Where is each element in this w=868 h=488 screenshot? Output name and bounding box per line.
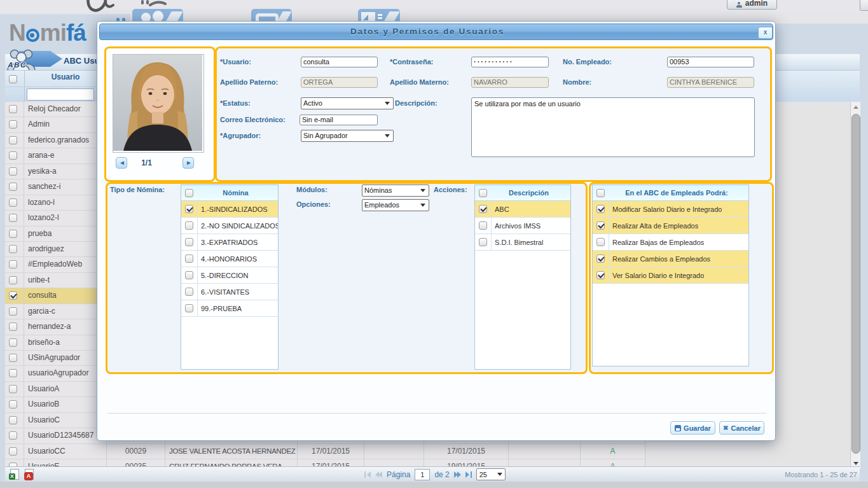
row-checkbox[interactable] — [9, 151, 17, 160]
export-pdf-icon[interactable]: A — [24, 469, 34, 480]
page-size-select[interactable]: 25 — [476, 468, 506, 480]
user-name-cell: UsuarioA — [24, 382, 107, 396]
row-checkbox[interactable] — [9, 291, 17, 300]
bottom-strip — [0, 482, 868, 488]
column-header-usuario[interactable]: Usuario — [24, 73, 107, 81]
contrasena-input[interactable]: ··········· — [471, 57, 549, 67]
row-checkbox[interactable] — [9, 167, 17, 176]
nomina-checkbox[interactable] — [185, 238, 193, 246]
estatus-label: *Estatus: — [220, 99, 251, 107]
permiso-row[interactable]: Realizar Bajas de Empleados — [593, 234, 748, 251]
row-checkbox[interactable] — [9, 369, 17, 377]
accion-checkbox[interactable] — [479, 221, 487, 230]
nomina-checkbox[interactable] — [185, 304, 193, 312]
row-checkbox[interactable] — [9, 385, 17, 393]
prev-page-button[interactable] — [375, 471, 382, 478]
user-name-cell: UsuarioB — [24, 397, 107, 412]
user-search-input[interactable] — [27, 88, 94, 101]
nomina-checkbox[interactable] — [185, 288, 193, 296]
next-page-button[interactable] — [454, 471, 461, 478]
save-button[interactable]: Guardar — [670, 421, 715, 435]
row-checkbox[interactable] — [9, 230, 17, 238]
agrupador-select[interactable]: Sin Agrupador — [301, 130, 394, 142]
nomina-row[interactable]: 5.-DIRECCION — [181, 267, 278, 284]
row-checkbox[interactable] — [9, 276, 17, 284]
row-checkbox[interactable] — [9, 307, 17, 316]
accion-row[interactable]: ABC — [475, 201, 570, 218]
nomina-row[interactable]: 4.-HONORARIOS — [181, 251, 278, 267]
first-page-button[interactable] — [364, 471, 371, 478]
row-checkbox[interactable] — [9, 199, 17, 207]
modulos-select[interactable]: Nóminas — [362, 185, 429, 197]
last-page-button[interactable] — [465, 471, 472, 478]
row-checkbox[interactable] — [9, 338, 17, 347]
user-name-cell: Reloj Checador — [24, 102, 107, 116]
nomina-row[interactable]: 2.-NO SINDICALIZADOS — [181, 218, 278, 234]
usuario-input[interactable]: consulta — [301, 57, 378, 67]
accion-row[interactable]: S.D.I. Bimestral — [475, 234, 570, 251]
dialog-header[interactable]: Datos y Permisos de Usuarios — [99, 24, 773, 40]
permiso-checkbox[interactable] — [596, 205, 605, 213]
cancel-button[interactable]: ✖Cancelar — [719, 421, 764, 435]
nomina-checkbox[interactable] — [185, 205, 193, 213]
row-checkbox[interactable] — [9, 245, 17, 253]
nomina-row[interactable]: 1.-SINDICALIZADOS — [181, 201, 278, 218]
dialog-close-button[interactable]: x — [758, 27, 773, 39]
nomina-row[interactable]: 6.-VISITANTES — [181, 284, 278, 300]
nomina-checkbox[interactable] — [185, 254, 193, 263]
select-all-checkbox[interactable] — [9, 75, 17, 83]
monitor-toolbar-icon[interactable] — [251, 9, 292, 21]
row-checkbox[interactable] — [9, 120, 17, 129]
row-checkbox[interactable] — [9, 136, 17, 144]
nomina-checkbox[interactable] — [185, 221, 193, 230]
row-checkbox[interactable] — [9, 400, 17, 408]
permiso-row[interactable]: Ver Salario Diario e Integrado — [593, 267, 748, 284]
correo-input[interactable]: Sin e-mail — [300, 115, 378, 125]
estatus-select[interactable]: Activo — [301, 97, 394, 109]
row-checkbox[interactable] — [9, 416, 17, 424]
accion-row[interactable]: Archivos IMSS — [475, 218, 570, 234]
row-checkbox[interactable] — [9, 260, 17, 268]
no-empleado-input[interactable]: 00953 — [667, 57, 754, 67]
row-checkbox[interactable] — [9, 323, 17, 331]
scrollbar-thumb[interactable] — [851, 114, 860, 454]
row-checkbox[interactable] — [9, 183, 17, 191]
user-row[interactable]: UsuarioE 00035 CRUZ FERNANDO PORRAS VERA… — [5, 459, 645, 466]
accion-checkbox[interactable] — [479, 205, 487, 213]
nomina-row[interactable]: 3.-EXPATRIADOS — [181, 234, 278, 251]
permiso-checkbox[interactable] — [596, 238, 605, 246]
row-checkbox[interactable] — [9, 354, 17, 362]
nomina-row[interactable]: 99.-PRUEBA — [181, 300, 278, 317]
row-checkbox[interactable] — [9, 105, 17, 113]
permisos-select-all[interactable] — [596, 189, 605, 197]
reports-toolbar-icon[interactable] — [358, 9, 400, 21]
apellido-paterno-label: Apellido Paterno: — [220, 78, 278, 86]
permiso-row[interactable]: Modificar Salario Diario e Integrado — [593, 201, 748, 218]
acciones-select-all[interactable] — [479, 189, 487, 197]
permiso-row[interactable]: Realizar Cambios a Empleados — [593, 251, 748, 267]
permiso-row[interactable]: Realizar Alta de Empleados — [593, 218, 748, 234]
nomina-checkbox[interactable] — [185, 271, 193, 279]
admin-button[interactable]: admin — [727, 0, 777, 10]
permiso-checkbox[interactable] — [596, 221, 605, 230]
nomina-select-all[interactable] — [185, 189, 193, 197]
top-right-button-fragment[interactable] — [860, 0, 868, 11]
descripcion-textarea[interactable]: Se utilizara por mas de un usuario — [471, 97, 755, 157]
users-toolbar-icon[interactable] — [132, 9, 183, 21]
permiso-checkbox[interactable] — [596, 254, 605, 263]
opciones-select[interactable]: Empleados — [362, 199, 429, 211]
row-checkbox[interactable] — [9, 431, 17, 440]
scroll-up-button[interactable] — [851, 102, 860, 113]
user-row[interactable]: UsuarioCC 00029 JOSE VALENTE ACOSTA HERN… — [5, 444, 645, 459]
app-logo: Nmifá — [9, 20, 86, 46]
photo-next-button[interactable]: ► — [183, 157, 194, 169]
export-excel-icon[interactable]: X — [9, 469, 20, 480]
baja-date-cell: 19/01/2015 — [424, 459, 509, 466]
permiso-checkbox[interactable] — [596, 271, 605, 279]
accion-checkbox[interactable] — [479, 238, 487, 246]
row-checkbox[interactable] — [9, 447, 17, 456]
page-number-input[interactable]: 1 — [415, 469, 430, 480]
photo-prev-button[interactable]: ◄ — [116, 157, 127, 169]
user-name-cell: hernandez-a — [24, 319, 107, 334]
row-checkbox[interactable] — [9, 214, 17, 222]
